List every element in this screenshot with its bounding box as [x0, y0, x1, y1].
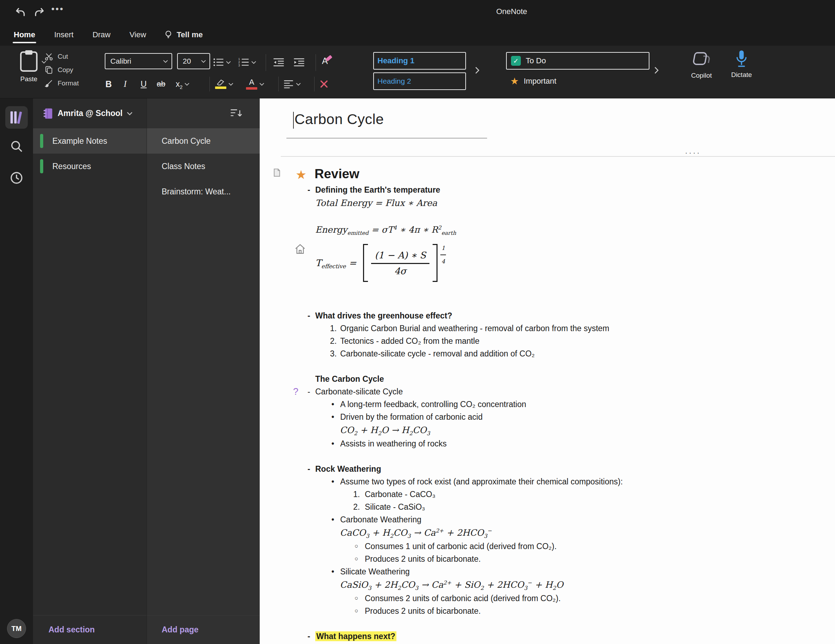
- review-heading[interactable]: ★Review: [260, 164, 835, 184]
- redo-button[interactable]: [32, 6, 46, 19]
- font-size-select[interactable]: 20: [177, 53, 210, 69]
- align-button[interactable]: [283, 76, 301, 92]
- note-line[interactable]: The Carbon Cycle: [260, 372, 835, 385]
- note-line[interactable]: 2.Tectonics - added CO₂ from the mantle: [260, 335, 835, 347]
- clear-formatting-button[interactable]: A: [322, 54, 328, 68]
- note-line[interactable]: 1.Organic Carbon Burial and weathering -…: [260, 322, 835, 335]
- font-color-button[interactable]: A: [246, 76, 264, 92]
- note-line[interactable]: •Assume two types of rock exist (and app…: [260, 475, 835, 488]
- strikethrough-button[interactable]: ab: [157, 76, 165, 92]
- note-line[interactable]: -Rock Weathering: [260, 463, 835, 475]
- highlight-button[interactable]: [215, 76, 233, 92]
- align-icon: [283, 80, 294, 88]
- account-avatar[interactable]: TM: [7, 619, 26, 638]
- outdent-button[interactable]: [273, 55, 285, 70]
- note-line[interactable]: 3.Carbonate-silicate cycle - removal and…: [260, 347, 835, 360]
- cut-button[interactable]: Cut: [44, 50, 79, 63]
- chevron-down-icon: [201, 60, 206, 63]
- notebook-switcher[interactable]: Amrita @ School: [33, 98, 146, 128]
- add-section-button[interactable]: Add section: [33, 615, 146, 644]
- tab-draw[interactable]: Draw: [83, 24, 120, 46]
- page-row[interactable]: Class Notes: [147, 154, 260, 179]
- note-line[interactable]: •Carbonate Weathering: [260, 513, 835, 526]
- undo-button[interactable]: [13, 6, 28, 19]
- italic-label: I: [124, 79, 127, 89]
- page-row[interactable]: Carbon Cycle: [147, 128, 260, 154]
- collapse-handle[interactable]: ····: [685, 148, 701, 158]
- tab-tell-me[interactable]: Tell me: [156, 24, 211, 46]
- font-name-select[interactable]: Calibri: [105, 53, 172, 69]
- clipboard-group: Cut Copy Format: [44, 50, 79, 90]
- note-line[interactable]: 1.Carbonate - CaCO₃: [260, 488, 835, 501]
- equation-effective-temperature[interactable]: Teffective =(1 − A) ∗ S4σ14: [260, 242, 835, 284]
- pages-pane: Carbon CycleClass NotesBrainstorm: Weat.…: [146, 98, 260, 644]
- tag-important[interactable]: ★ Important: [506, 72, 650, 90]
- page-row[interactable]: Brainstorm: Weat...: [147, 179, 260, 204]
- numbered-list-button[interactable]: 123: [238, 55, 256, 70]
- note-line[interactable]: ○Consumes 1 unit of carbonic acid (deriv…: [260, 540, 835, 553]
- note-content[interactable]: ★Review-Defining the Earth's temperature…: [260, 162, 835, 644]
- search-button[interactable]: [5, 135, 28, 158]
- format-painter-button[interactable]: Format: [44, 76, 79, 90]
- note-line[interactable]: Total Energy = Flux ∗ Area: [260, 196, 835, 210]
- ribbon-tab-bar: HomeInsertDrawView Tell me: [0, 24, 835, 46]
- title-underline: [286, 138, 487, 138]
- note-line[interactable]: 2.Silicate - CaSiO₃: [260, 501, 835, 513]
- notebooks-nav-button[interactable]: [5, 106, 28, 128]
- subscript-button[interactable]: x2: [176, 76, 189, 92]
- note-line[interactable]: •A long-term feedback, controlling CO₂ c…: [260, 398, 835, 411]
- add-page-label: Add page: [162, 625, 198, 634]
- sort-pages-button[interactable]: [230, 108, 242, 118]
- copy-button[interactable]: Copy: [44, 63, 79, 76]
- note-line[interactable]: •Assists in weathering of rocks: [260, 437, 835, 450]
- dictate-button[interactable]: Dictate: [723, 49, 760, 79]
- blank-line[interactable]: [260, 297, 835, 309]
- tab-view[interactable]: View: [120, 24, 156, 46]
- blank-line[interactable]: [260, 617, 835, 630]
- bullet-list-button[interactable]: [213, 55, 231, 70]
- note-line[interactable]: ○Produces 2 units of bicarbonate.: [260, 605, 835, 617]
- add-page-button[interactable]: Add page: [147, 615, 260, 644]
- notebook-name: Amrita @ School: [58, 109, 123, 118]
- notebooks-icon: [8, 109, 24, 125]
- tab-home[interactable]: Home: [4, 24, 45, 46]
- bold-button[interactable]: B: [106, 76, 112, 92]
- blank-line[interactable]: [260, 210, 835, 223]
- blank-line[interactable]: [260, 450, 835, 463]
- style-heading1[interactable]: Heading 1: [373, 52, 466, 70]
- note-line[interactable]: CO2 + H2O → H2CO3: [260, 423, 835, 437]
- more-button[interactable]: •••: [51, 3, 64, 15]
- chevron-down-icon: [226, 61, 231, 64]
- note-line[interactable]: CaSiO3 + 2H2CO3 → Ca2+ + SiO2 + 2HCO3− +…: [260, 578, 835, 592]
- note-line[interactable]: -What drives the greenhouse effect?: [260, 309, 835, 322]
- note-line[interactable]: ○Consumes 2 units of carbonic acid (deri…: [260, 592, 835, 605]
- italic-button[interactable]: I: [124, 76, 127, 92]
- note-line[interactable]: •Driven by the formation of carbonic aci…: [260, 411, 835, 423]
- tag-todo[interactable]: ✓ To Do: [506, 52, 650, 70]
- paste-button[interactable]: Paste: [12, 50, 45, 83]
- delete-x-button[interactable]: [320, 76, 328, 92]
- copilot-button[interactable]: Copilot: [681, 51, 723, 80]
- chevron-down-icon: [185, 83, 189, 86]
- section-row[interactable]: Resources: [33, 154, 146, 179]
- tags-expand-chevron[interactable]: [655, 67, 659, 74]
- indent-button[interactable]: [293, 55, 305, 70]
- note-line[interactable]: ○Produces 2 units of bicarbonate.: [260, 553, 835, 565]
- blank-line[interactable]: [260, 360, 835, 372]
- note-line[interactable]: -Defining the Earth's temperature: [260, 184, 835, 196]
- mic-icon: [735, 49, 748, 69]
- styles-expand-chevron[interactable]: [475, 67, 479, 74]
- underline-button[interactable]: U: [141, 76, 146, 92]
- note-line[interactable]: •Silicate Weathering: [260, 565, 835, 578]
- note-line[interactable]: -What happens next?: [260, 630, 835, 642]
- page-title[interactable]: Carbon Cycle: [294, 111, 384, 128]
- recent-notes-button[interactable]: [5, 167, 28, 189]
- note-line[interactable]: CaCO3 + H2CO3 → Ca2+ + 2HCO3−: [260, 526, 835, 540]
- section-row[interactable]: Example Notes: [33, 128, 146, 154]
- page-canvas[interactable]: Carbon Cycle ···· ★Review-Defining the E…: [260, 98, 835, 644]
- note-line[interactable]: Energyemitted = σT4 ∗ 4π ∗ R2earth: [260, 223, 835, 237]
- note-line[interactable]: •In the ocean: Biomineralization. SiO₂ &…: [260, 642, 835, 644]
- style-heading2[interactable]: Heading 2: [373, 72, 466, 90]
- tab-insert[interactable]: Insert: [45, 24, 83, 46]
- note-line[interactable]: -Carbonate-silicate Cycle?: [260, 385, 835, 398]
